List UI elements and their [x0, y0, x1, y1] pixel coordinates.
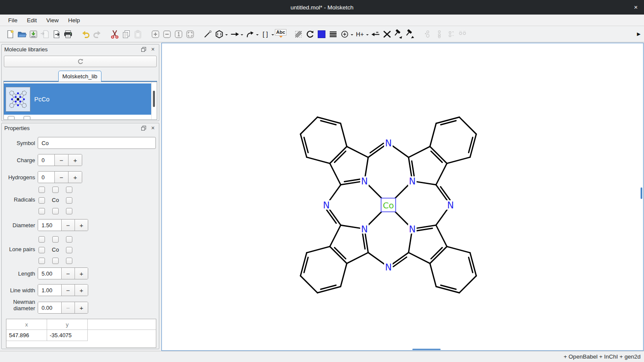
ring-tool-button[interactable]	[213, 28, 225, 40]
length-spinbox[interactable]: 5.00 − +	[38, 267, 88, 279]
lone-pair-checkbox[interactable]	[52, 258, 59, 264]
diameter-spinbox[interactable]: 1.50 − +	[38, 219, 88, 231]
close-panel-icon[interactable]: ×	[149, 125, 156, 131]
y-coordinate-cell[interactable]: -35.4075	[47, 330, 88, 341]
library-scrollbar-thumb[interactable]	[153, 91, 155, 107]
charge-tool-button[interactable]	[339, 28, 350, 40]
drawing-canvas[interactable]: NNNNNNNNCo	[161, 43, 644, 351]
new-file-button[interactable]	[4, 28, 16, 40]
mechanics-tool-1-button[interactable]	[393, 28, 404, 40]
window-close-icon[interactable]: ×	[632, 3, 640, 11]
column-header-y[interactable]: y	[47, 319, 88, 329]
titlebar[interactable]: untitled.mol* - Molsketch ×	[0, 0, 644, 15]
x-coordinate-cell[interactable]: 547.896	[6, 330, 47, 341]
cut-button[interactable]	[109, 28, 120, 40]
print-button[interactable]	[62, 28, 74, 40]
library-list[interactable]: PcCo	[3, 82, 157, 120]
newman-increment-button[interactable]: +	[75, 302, 88, 313]
color-picker-button[interactable]	[316, 28, 327, 40]
newman-diameter-spinbox[interactable]: 0.00 − +	[38, 302, 88, 314]
zoom-in-button[interactable]	[149, 28, 161, 40]
radical-checkbox[interactable]	[66, 197, 72, 204]
charge-value[interactable]: 0	[38, 154, 54, 166]
zoom-fit-button[interactable]	[184, 28, 196, 40]
import-file-button[interactable]	[39, 28, 51, 40]
hydrogens-increment-button[interactable]: +	[68, 172, 82, 183]
bracket-tool-button[interactable]: [ ]	[259, 28, 271, 40]
hydrogens-spinbox[interactable]: 0 − +	[38, 171, 82, 183]
open-file-button[interactable]	[16, 28, 27, 40]
radical-checkbox[interactable]	[66, 187, 72, 193]
length-increment-button[interactable]: +	[75, 268, 88, 279]
export-file-button[interactable]	[51, 28, 62, 40]
coordinates-table[interactable]: x y 547.896 -35.4075	[6, 319, 156, 348]
hydrogen-tool-button[interactable]: H+	[354, 28, 366, 40]
menu-edit[interactable]: Edit	[22, 15, 42, 26]
charge-spinbox[interactable]: 0 − +	[38, 154, 82, 166]
diameter-increment-button[interactable]: +	[75, 220, 88, 231]
arrow-tool-caret-icon[interactable]	[241, 34, 243, 37]
newman-diameter-value[interactable]: 0.00	[38, 302, 61, 313]
menu-view[interactable]: View	[42, 15, 63, 26]
length-decrement-button[interactable]: −	[61, 268, 75, 279]
save-file-button[interactable]	[27, 28, 39, 40]
menu-help[interactable]: Help	[63, 15, 85, 26]
molecule-drawing[interactable]: NNNNNNNNCo	[162, 43, 643, 350]
lone-pair-checkbox[interactable]	[39, 236, 45, 243]
radical-checkbox[interactable]	[52, 208, 59, 214]
delete-tool-button[interactable]	[381, 28, 393, 40]
radical-checkbox[interactable]	[39, 208, 45, 214]
refresh-libraries-button[interactable]	[4, 56, 157, 67]
lone-pair-checkbox[interactable]	[66, 258, 72, 264]
radical-checkbox[interactable]	[66, 208, 72, 214]
text-tool-button[interactable]: Abc	[275, 28, 286, 40]
menu-file[interactable]: File	[3, 15, 22, 26]
lone-pair-checkbox[interactable]	[66, 236, 72, 243]
line-width-decrement-button[interactable]: −	[61, 285, 75, 296]
column-header-x[interactable]: x	[6, 319, 47, 329]
copy-button[interactable]	[120, 28, 132, 40]
ring-tool-caret-icon[interactable]	[225, 34, 228, 37]
float-panel-icon[interactable]	[140, 125, 147, 131]
redo-button[interactable]	[91, 28, 103, 40]
bracket-tool-caret-icon[interactable]	[271, 34, 274, 37]
diameter-decrement-button[interactable]: −	[61, 220, 75, 231]
toolbar-extension-icon[interactable]: ▶	[637, 31, 641, 37]
mechanism-arrow-caret-icon[interactable]	[256, 34, 259, 37]
charge-decrement-button[interactable]: −	[54, 154, 69, 166]
mechanism-arrow-button[interactable]	[244, 28, 256, 40]
mechanics-tool-2-button[interactable]	[404, 28, 416, 40]
tab-molsketch-lib[interactable]: Molsketch_lib	[58, 71, 101, 82]
line-width-increment-button[interactable]: +	[75, 285, 88, 296]
symbol-input[interactable]: Co	[38, 137, 156, 149]
canvas-horizontal-scrollbar-thumb[interactable]	[412, 349, 441, 350]
charges-calc-button[interactable]	[445, 28, 456, 40]
radical-checkbox[interactable]	[39, 187, 45, 193]
conformer-button[interactable]	[433, 28, 445, 40]
library-item-pcco[interactable]: PcCo	[4, 83, 152, 115]
charge-tool-caret-icon[interactable]	[351, 34, 353, 37]
length-value[interactable]: 5.00	[38, 268, 61, 279]
library-item-partial[interactable]	[4, 115, 152, 120]
paste-button[interactable]	[132, 28, 143, 40]
diameter-value[interactable]: 1.50	[38, 220, 61, 231]
lone-pair-checkbox[interactable]	[39, 258, 45, 264]
lone-pair-checkbox[interactable]	[52, 236, 59, 243]
line-width-button[interactable]	[327, 28, 339, 40]
symmetry-button[interactable]	[456, 28, 468, 40]
line-width-value[interactable]: 1.00	[38, 285, 61, 296]
zoom-original-button[interactable]	[173, 28, 184, 40]
newman-decrement-button[interactable]: −	[61, 302, 75, 313]
radical-checkbox[interactable]	[52, 187, 59, 193]
optimize-structure-button[interactable]	[422, 28, 433, 40]
radical-checkbox[interactable]	[39, 197, 45, 204]
float-panel-icon[interactable]	[140, 46, 147, 53]
zoom-out-button[interactable]	[161, 28, 173, 40]
canvas-vertical-scrollbar-thumb[interactable]	[641, 187, 642, 199]
hydrogen-tool-caret-icon[interactable]	[366, 34, 369, 37]
lone-pair-tool-button[interactable]	[370, 28, 381, 40]
library-scrollbar[interactable]	[151, 82, 157, 120]
lone-pair-checkbox[interactable]	[39, 247, 45, 253]
hatch-selection-button[interactable]	[292, 28, 304, 40]
hydrogens-value[interactable]: 0	[38, 172, 54, 183]
